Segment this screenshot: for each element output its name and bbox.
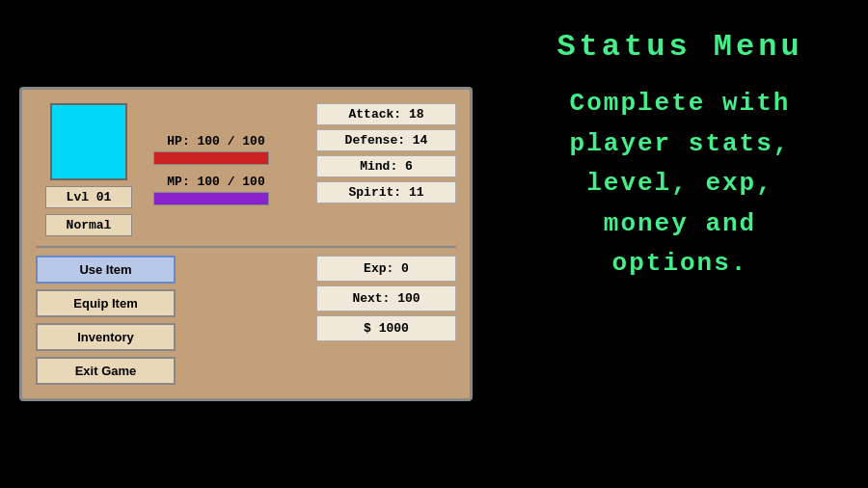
bottom-section: Use Item Equip Item Inventory Exit Game … xyxy=(36,256,456,385)
stat-mind: Mind: 6 xyxy=(316,155,456,177)
mp-bar-bg xyxy=(153,192,269,205)
top-section: Lvl 01 Normal HP: 100 / 100 MP: 100 / 10… xyxy=(36,103,456,236)
money-value: $ 1000 xyxy=(316,315,456,341)
game-panel: Lvl 01 Normal HP: 100 / 100 MP: 100 / 10… xyxy=(0,0,492,488)
exit-game-button[interactable]: Exit Game xyxy=(36,357,176,385)
status-menu-title: Status Menu xyxy=(511,29,849,65)
buttons-area: Use Item Equip Item Inventory Exit Game xyxy=(36,256,176,385)
avatar xyxy=(50,103,127,180)
inventory-button[interactable]: Inventory xyxy=(36,323,176,351)
exp-money-area: Exp: 0 Next: 100 $ 1000 xyxy=(316,256,456,385)
next-value: Next: 100 xyxy=(316,285,456,312)
status-box: Lvl 01 Normal HP: 100 / 100 MP: 100 / 10… xyxy=(19,87,473,401)
avatar-area: Lvl 01 Normal xyxy=(36,103,142,236)
mp-row: MP: 100 / 100 xyxy=(153,175,279,205)
equip-item-button[interactable]: Equip Item xyxy=(36,289,176,317)
use-item-button[interactable]: Use Item xyxy=(36,256,176,284)
level-badge: Lvl 01 xyxy=(45,186,132,208)
exp-value: Exp: 0 xyxy=(316,256,456,282)
stat-attack: Attack: 18 xyxy=(316,103,456,125)
stat-spirit: Spirit: 11 xyxy=(316,181,456,203)
main-container: Lvl 01 Normal HP: 100 / 100 MP: 100 / 10… xyxy=(0,0,868,488)
hp-row: HP: 100 / 100 xyxy=(153,134,279,165)
stat-defense: Defense: 14 xyxy=(316,129,456,151)
stats-area: Attack: 18 Defense: 14 Mind: 6 Spirit: 1… xyxy=(316,103,456,236)
hp-label: HP: 100 / 100 xyxy=(153,134,279,149)
right-panel: Status Menu Complete withplayer stats,le… xyxy=(492,0,868,488)
description-text: Complete withplayer stats,level, exp,mon… xyxy=(511,84,849,285)
hp-bar-bg xyxy=(153,151,269,165)
hp-mp-area: HP: 100 / 100 MP: 100 / 100 xyxy=(153,103,279,236)
separator xyxy=(36,246,456,248)
mp-bar-fill xyxy=(154,193,268,204)
hp-bar-fill xyxy=(154,152,268,164)
state-badge: Normal xyxy=(45,214,132,236)
mp-label: MP: 100 / 100 xyxy=(153,175,279,189)
